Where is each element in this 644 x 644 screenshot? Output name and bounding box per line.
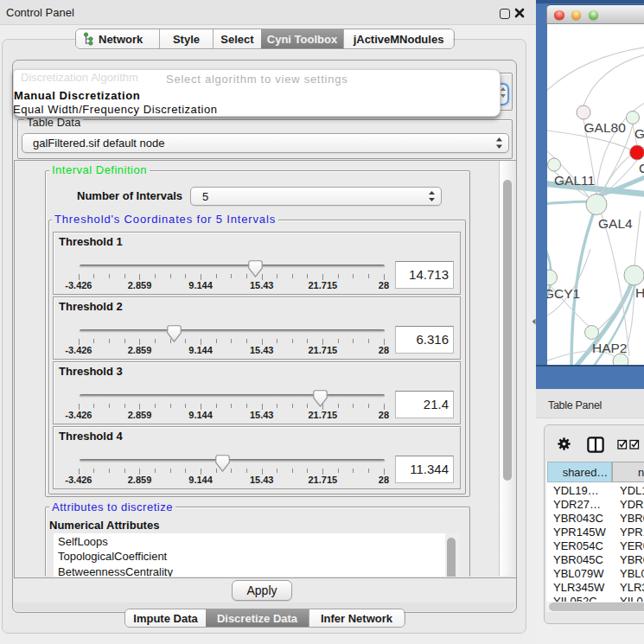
svg-text:H: H xyxy=(635,285,644,300)
svg-text:GAL80: GAL80 xyxy=(584,120,627,135)
svg-text:GAL11: GAL11 xyxy=(554,173,595,188)
svg-text:C: C xyxy=(639,161,644,175)
svg-text:GA: GA xyxy=(634,126,644,141)
svg-text:GCY1: GCY1 xyxy=(547,286,580,301)
svg-text:HAP2: HAP2 xyxy=(592,341,628,355)
svg-text:GAL4: GAL4 xyxy=(598,216,633,231)
